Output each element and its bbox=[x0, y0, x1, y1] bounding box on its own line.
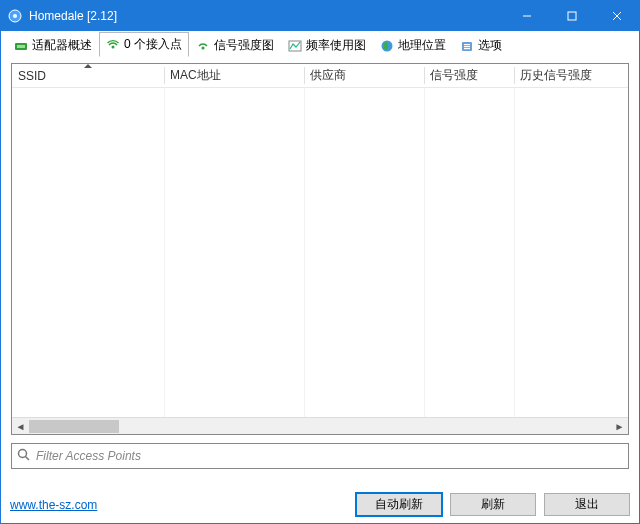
column-mac[interactable]: MAC地址 bbox=[164, 64, 304, 87]
filter-input[interactable] bbox=[36, 449, 624, 463]
list-header: SSID MAC地址 供应商 信号强度 历史信号强度 bbox=[12, 64, 628, 88]
website-link[interactable]: www.the-sz.com bbox=[10, 498, 97, 512]
maximize-button[interactable] bbox=[549, 1, 594, 31]
horizontal-scrollbar[interactable]: ◄ ► bbox=[12, 417, 628, 434]
content-area: SSID MAC地址 供应商 信号强度 历史信号强度 ◄ bbox=[1, 57, 639, 435]
minimize-button[interactable] bbox=[504, 1, 549, 31]
tab-label: 频率使用图 bbox=[306, 37, 366, 54]
column-signal[interactable]: 信号强度 bbox=[424, 64, 514, 87]
signal-graph-icon bbox=[196, 39, 210, 53]
tab-options[interactable]: 选项 bbox=[453, 33, 509, 57]
svg-rect-7 bbox=[17, 45, 25, 48]
column-label: MAC地址 bbox=[170, 67, 221, 84]
svg-rect-16 bbox=[464, 48, 470, 49]
sort-ascending-icon bbox=[84, 64, 92, 68]
app-icon bbox=[7, 8, 23, 24]
bottom-bar: www.the-sz.com 自动刷新 刷新 退出 bbox=[0, 493, 640, 516]
svg-point-12 bbox=[384, 42, 388, 50]
svg-point-8 bbox=[112, 45, 115, 48]
adapter-icon bbox=[14, 39, 28, 53]
tab-label: 0 个接入点 bbox=[124, 36, 182, 53]
access-points-list: SSID MAC地址 供应商 信号强度 历史信号强度 ◄ bbox=[11, 63, 629, 435]
scroll-left-button[interactable]: ◄ bbox=[12, 418, 29, 435]
filter-box bbox=[11, 443, 629, 469]
svg-point-17 bbox=[19, 449, 27, 457]
column-label: 供应商 bbox=[310, 67, 346, 84]
options-icon bbox=[460, 39, 474, 53]
tab-location[interactable]: 地理位置 bbox=[373, 33, 453, 57]
refresh-button[interactable]: 刷新 bbox=[450, 493, 536, 516]
tab-bar: 适配器概述 0 个接入点 信号强度图 频率使用图 地理位置 选项 bbox=[1, 31, 639, 57]
exit-button[interactable]: 退出 bbox=[544, 493, 630, 516]
svg-point-9 bbox=[202, 46, 205, 49]
column-history[interactable]: 历史信号强度 bbox=[514, 64, 628, 87]
titlebar: Homedale [2.12] bbox=[1, 1, 639, 31]
column-label: 历史信号强度 bbox=[520, 67, 592, 84]
wifi-icon bbox=[106, 38, 120, 52]
window-controls bbox=[504, 1, 639, 31]
search-icon bbox=[16, 447, 32, 466]
window-title: Homedale [2.12] bbox=[29, 9, 117, 23]
tab-adapter-overview[interactable]: 适配器概述 bbox=[7, 33, 99, 57]
close-button[interactable] bbox=[594, 1, 639, 31]
svg-rect-15 bbox=[464, 46, 470, 47]
globe-icon bbox=[380, 39, 394, 53]
svg-line-18 bbox=[26, 456, 30, 460]
column-label: 信号强度 bbox=[430, 67, 478, 84]
auto-refresh-button[interactable]: 自动刷新 bbox=[356, 493, 442, 516]
tab-label: 选项 bbox=[478, 37, 502, 54]
tab-access-points[interactable]: 0 个接入点 bbox=[99, 32, 189, 57]
svg-rect-3 bbox=[568, 12, 576, 20]
svg-point-1 bbox=[13, 14, 17, 18]
tab-label: 信号强度图 bbox=[214, 37, 274, 54]
column-ssid[interactable]: SSID bbox=[12, 64, 164, 87]
column-label: SSID bbox=[18, 69, 46, 83]
tab-frequency-usage[interactable]: 频率使用图 bbox=[281, 33, 373, 57]
tab-signal-graph[interactable]: 信号强度图 bbox=[189, 33, 281, 57]
tab-label: 适配器概述 bbox=[32, 37, 92, 54]
svg-rect-14 bbox=[464, 44, 470, 45]
list-body bbox=[12, 88, 628, 417]
frequency-icon bbox=[288, 39, 302, 53]
scroll-right-button[interactable]: ► bbox=[611, 418, 628, 435]
tab-label: 地理位置 bbox=[398, 37, 446, 54]
scroll-track[interactable] bbox=[29, 418, 611, 435]
column-vendor[interactable]: 供应商 bbox=[304, 64, 424, 87]
scroll-thumb[interactable] bbox=[29, 420, 119, 433]
